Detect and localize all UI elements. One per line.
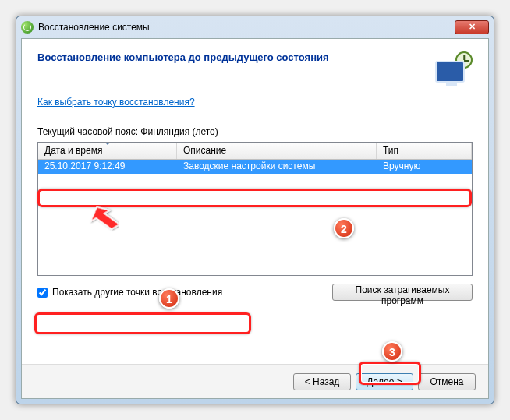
titlebar[interactable]: Восстановление системы ✕	[16, 16, 494, 38]
cell-description: Заводские настройки системы	[177, 160, 377, 174]
system-restore-window: Восстановление системы ✕ Восстановление …	[16, 16, 494, 404]
help-link[interactable]: Как выбрать точку восстановления?	[37, 97, 195, 108]
options-row: Показать другие точки восстановления Пои…	[37, 284, 473, 301]
restore-icon	[435, 51, 473, 83]
close-icon: ✕	[469, 22, 476, 31]
page-heading: Восстановление компьютера до предыдущего…	[37, 51, 426, 63]
app-icon	[21, 21, 34, 34]
back-button[interactable]: < Назад	[293, 373, 351, 390]
wizard-footer: < Назад Далее > Отмена	[22, 364, 488, 398]
col-type[interactable]: Тип	[377, 143, 472, 159]
table-row[interactable]: 25.10.2017 9:12:49 Заводские настройки с…	[38, 160, 472, 174]
cell-type: Вручную	[377, 160, 472, 174]
scan-affected-button[interactable]: Поиск затрагиваемых программ	[332, 284, 473, 301]
close-button[interactable]: ✕	[455, 20, 489, 34]
window-title: Восстановление системы	[38, 22, 150, 33]
cell-datetime: 25.10.2017 9:12:49	[38, 160, 177, 174]
client-area: Восстановление компьютера до предыдущего…	[21, 38, 489, 399]
timezone-label: Текущий часовой пояс: Финляндия (лето)	[37, 126, 473, 137]
restore-points-table[interactable]: Дата и время Описание Тип 25.10.2017 9:1…	[37, 142, 473, 276]
show-other-checkbox[interactable]	[37, 288, 48, 298]
col-datetime[interactable]: Дата и время	[38, 143, 177, 159]
next-button[interactable]: Далее >	[356, 373, 413, 390]
col-description[interactable]: Описание	[177, 143, 377, 159]
show-other-label[interactable]: Показать другие точки восстановления	[52, 287, 222, 298]
table-header: Дата и время Описание Тип	[38, 143, 472, 160]
cancel-button[interactable]: Отмена	[418, 373, 476, 390]
